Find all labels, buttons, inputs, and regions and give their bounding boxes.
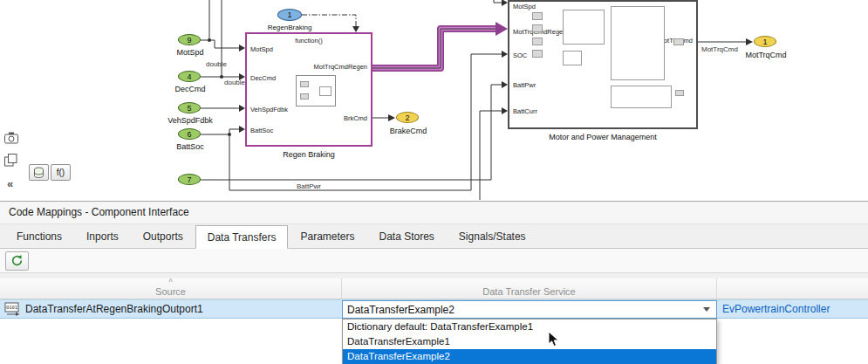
motor-power-management-caption: Motor and Power Management: [508, 133, 698, 141]
motor-port-motspd: MotSpd: [513, 3, 536, 10]
update-code-mappings-button[interactable]: [5, 251, 29, 271]
regen-port-battsoc: BattSoc: [250, 127, 273, 134]
tab-bar: Functions Inports Outports Data Transfer…: [0, 224, 868, 249]
table-row[interactable]: 0101 DataTransferAtRegenBrakingOutport1 …: [0, 299, 868, 319]
inport-battsoc-label: BattSoc: [159, 142, 222, 151]
inport-motspd[interactable]: 9: [178, 34, 201, 45]
database-icon: [33, 167, 44, 179]
regen-port-brkcmd: BrkCmd: [344, 114, 367, 122]
model-data-badge-button[interactable]: [29, 164, 49, 181]
collapse-panel-icon[interactable]: «: [7, 177, 13, 190]
column-header-source[interactable]: ^ Source: [0, 278, 342, 299]
tab-signals-states[interactable]: Signals/States: [447, 224, 538, 248]
outport-brakecmd-label: BrakeCmd: [377, 127, 440, 135]
motor-power-management-subsystem[interactable]: MotSpd MotTrqCmdRegen SOC BattPwr BattCu…: [508, 0, 698, 129]
tab-inports[interactable]: Inports: [74, 224, 131, 248]
inport-deccmd[interactable]: 4: [178, 71, 201, 82]
combo-value: DataTransferExample2: [347, 304, 455, 316]
panel-title: Code Mappings - Component Interface: [0, 202, 868, 224]
regen-braking-subsystem[interactable]: function() MotSpd DecCmd VehSpdFdbk Batt…: [245, 32, 372, 147]
code-mappings-panel: Code Mappings - Component Interface Func…: [0, 201, 868, 364]
inport-vehspdfdbk-label: VehSpdFdbk: [159, 116, 222, 125]
simulink-window: « f() 1 RegenBraking 9 MotSpd 4 DecCmd 5: [0, 0, 868, 364]
dropdown-item-example2[interactable]: DataTransferExample2: [343, 349, 716, 364]
simulink-functions-badge-button[interactable]: f(): [51, 164, 71, 181]
signal-wires: [0, 0, 868, 200]
inport-motspd-label: MotSpd: [159, 48, 222, 57]
wire-label-double-1: double: [206, 60, 227, 68]
source-name: DataTransferAtRegenBrakingOutport1: [25, 303, 203, 315]
function-trigger-label: function(): [247, 37, 371, 45]
table-header: ^ Source Data Transfer Service: [0, 278, 868, 299]
regen-port-deccmd: DecCmd: [250, 74, 276, 82]
mouse-cursor: [548, 331, 560, 348]
tab-data-stores[interactable]: Data Stores: [366, 224, 446, 248]
inport-regenbraking-number: 1: [287, 10, 291, 19]
sort-asc-icon: ^: [168, 278, 172, 286]
column-header-service[interactable]: Data Transfer Service: [342, 278, 717, 299]
regen-port-motspd: MotSpd: [250, 45, 273, 53]
regen-port-vehspdfdbk: VehSpdFdbk: [250, 106, 288, 113]
inport-battpwr[interactable]: 7: [178, 174, 201, 185]
inport-deccmd-label: DecCmd: [159, 85, 222, 93]
service-dropdown: Dictionary default: DataTransferExample1…: [342, 319, 717, 364]
fn-badge-label: f(): [57, 168, 65, 177]
component-link[interactable]: EvPowertrainController: [722, 303, 830, 315]
chevron-down-icon: [703, 307, 710, 312]
wire-label-double-2: double: [224, 79, 245, 86]
source-cell: 0101 DataTransferAtRegenBrakingOutport1: [0, 302, 342, 316]
tab-functions[interactable]: Functions: [4, 224, 74, 248]
wire-label-mottrqcmd: MotTrqCmd: [701, 45, 738, 53]
inport-regenbraking-label: RegenBraking: [256, 24, 323, 31]
panel-toolbar: [0, 249, 868, 273]
tab-outports[interactable]: Outports: [131, 224, 195, 248]
motor-port-battcurr: BattCurr: [513, 107, 537, 115]
tab-data-transfers[interactable]: Data Transfers: [195, 225, 289, 249]
refresh-icon: [10, 254, 24, 267]
inport-vehspdfdbk[interactable]: 5: [178, 102, 201, 113]
motor-port-battpwr: BattPwr: [513, 81, 536, 89]
svg-text:0101: 0101: [6, 305, 17, 310]
inport-regenbraking[interactable]: 1: [277, 9, 302, 21]
outport-brakecmd[interactable]: 2: [396, 112, 419, 123]
outport-mottrqcmd[interactable]: 1: [754, 36, 776, 47]
dropdown-item-dictionary-default[interactable]: Dictionary default: DataTransferExample1: [343, 319, 716, 334]
regen-subsystem-preview: [296, 75, 336, 106]
model-canvas[interactable]: « f() 1 RegenBraking 9 MotSpd 4 DecCmd 5: [0, 0, 868, 201]
motor-port-soc: SOC: [513, 52, 527, 59]
data-transfer-service-combobox[interactable]: DataTransferExample2: [342, 300, 717, 319]
copy-icon[interactable]: [3, 153, 18, 168]
outport-mottrqcmd-label: MotTrqCmd: [735, 51, 797, 59]
wire-label-battpwr: BattPwr: [297, 182, 321, 190]
data-transfer-icon: 0101: [4, 302, 21, 316]
column-header-blank[interactable]: [717, 278, 868, 299]
dropdown-item-example1[interactable]: DataTransferExample1: [343, 334, 716, 349]
regen-port-mottrqcmdregen: MotTrqCmdRegen: [314, 63, 367, 71]
screenshot-icon[interactable]: [3, 131, 19, 145]
regen-braking-caption: Regen Braking: [245, 150, 372, 159]
tab-parameters[interactable]: Parameters: [288, 224, 366, 248]
inport-battsoc[interactable]: 6: [178, 128, 201, 140]
highlighted-signal[interactable]: [372, 29, 496, 68]
component-cell: EvPowertrainController: [717, 303, 830, 315]
